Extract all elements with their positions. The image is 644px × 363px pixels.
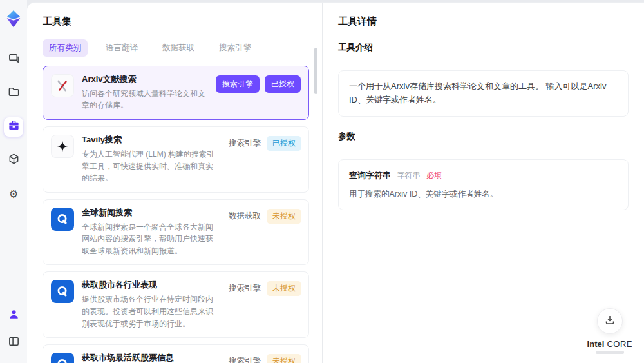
authorized-button[interactable]: 已授权 (265, 75, 301, 93)
left-sidebar: ⚙ (0, 0, 27, 363)
category-label: 数据获取 (227, 209, 262, 224)
sidebar-item-settings[interactable]: ⚙ (4, 184, 23, 204)
download-button[interactable] (597, 308, 623, 334)
chat-icon (8, 52, 20, 68)
corner-widgets: intel CORE (587, 308, 632, 354)
arxiv-tool-icon (51, 74, 74, 97)
tool-description: 专为人工智能代理 (LLM) 构建的搜索引擎工具，可快速提供实时、准确和真实的结… (82, 148, 220, 184)
unauthorized-badge: 未授权 (267, 281, 301, 296)
intel-core-logo: intel CORE (587, 339, 632, 354)
tool-name: Tavily搜索 (82, 135, 220, 146)
param-header: 查询字符串 字符串 必填 (349, 169, 618, 182)
tool-meta: 搜索引擎已授权 (227, 135, 301, 184)
category-tabs: 所有类别语言翻译数据获取搜索引擎 (43, 39, 322, 57)
intro-text-box: 一个用于从Arxiv存储库搜索科学论文和文章的工具。 输入可以是Arxiv ID… (338, 70, 629, 117)
tool-description: 全球新闻搜索是一个聚合全球各大新闻网站内容的搜索引擎，帮助用户快速获取全球最新资… (82, 221, 220, 257)
tool-meta: 搜索引擎未授权 (227, 353, 301, 363)
category-tab-0[interactable]: 所有类别 (43, 39, 88, 57)
collapse-sidebar-button[interactable] (4, 333, 23, 353)
q-tool-icon (51, 353, 74, 363)
star-tool-icon (51, 135, 74, 158)
param-type: 字符串 (397, 171, 421, 180)
category-tab-3[interactable]: 搜索引擎 (213, 39, 258, 57)
unauthorized-badge: 未授权 (267, 354, 301, 363)
tool-card-4[interactable]: 获取市场最活跃股票信息提供当天交易量最高的股票列表，投资者可以利用这些信息来识别… (43, 344, 309, 363)
gear-icon: ⚙ (8, 189, 18, 200)
tool-meta: 搜索引擎未授权 (227, 280, 301, 329)
sidebar-item-models[interactable] (4, 151, 23, 170)
detail-title: 工具详情 (338, 15, 629, 28)
tool-name: 获取市场最活跃股票信息 (82, 353, 220, 363)
params-section-heading: 参数 (338, 131, 629, 150)
param-description: 用于搜索的Arxiv ID、关键字或作者姓名。 (349, 188, 618, 201)
download-icon (605, 315, 615, 328)
param-name: 查询字符串 (349, 170, 391, 180)
tool-card-3[interactable]: 获取股市各行业表现提供股票市场各个行业在特定时间段内的表现。投资者可以利用这些信… (43, 271, 309, 338)
tool-description: 提供股票市场各个行业在特定时间段内的表现。投资者可以利用这些信息来识别表现优于或… (82, 293, 220, 329)
param-required-flag: 必填 (426, 171, 442, 180)
tool-card-0[interactable]: Arxiv文献搜索访问各个研究领域大量科学论文和文章的存储库。搜索引擎已授权 (43, 66, 309, 120)
sidebar-item-files[interactable] (4, 84, 23, 103)
tool-description: 访问各个研究领域大量科学论文和文章的存储库。 (82, 88, 208, 112)
brand-sub-mark (596, 351, 624, 354)
tool-list-panel: 工具集 所有类别语言翻译数据获取搜索引擎 Arxiv文献搜索访问各个研究领域大量… (27, 3, 322, 363)
authorized-badge: 已授权 (267, 136, 301, 151)
app-logo-icon[interactable] (4, 9, 23, 28)
user-avatar-button[interactable] (4, 306, 23, 326)
category-tab-1[interactable]: 语言翻译 (99, 39, 144, 57)
q-tool-icon (51, 280, 74, 303)
scrollbar-thumb[interactable] (314, 48, 317, 94)
main-surface: 工具集 所有类别语言翻译数据获取搜索引擎 Arxiv文献搜索访问各个研究领域大量… (27, 3, 644, 363)
tool-meta: 搜索引擎已授权 (216, 74, 301, 112)
tool-name: Arxiv文献搜索 (82, 74, 208, 85)
tool-list: Arxiv文献搜索访问各个研究领域大量科学论文和文章的存储库。搜索引擎已授权 T… (43, 66, 322, 363)
panel-layout-icon (8, 335, 20, 351)
q-tool-icon (51, 208, 74, 231)
category-label: 搜索引擎 (227, 354, 262, 363)
tool-name: 获取股市各行业表现 (82, 280, 220, 291)
tool-name: 全球新闻搜索 (82, 208, 220, 219)
toolbox-icon (8, 119, 20, 135)
cube-icon (8, 153, 20, 168)
list-scrollbar[interactable] (314, 48, 317, 351)
tool-meta: 数据获取未授权 (227, 208, 301, 257)
brand-intel: intel (587, 339, 605, 349)
category-label: 搜索引擎 (227, 281, 262, 296)
intro-section-heading: 工具介绍 (338, 42, 629, 61)
page-title: 工具集 (43, 15, 322, 28)
category-label: 搜索引擎 (227, 136, 262, 151)
user-icon (8, 308, 20, 324)
brand-core: CORE (607, 339, 632, 349)
param-box: 查询字符串 字符串 必填 用于搜索的Arxiv ID、关键字或作者姓名。 (338, 159, 629, 211)
category-button[interactable]: 搜索引擎 (216, 75, 260, 93)
unauthorized-badge: 未授权 (267, 209, 301, 224)
tool-card-2[interactable]: 全球新闻搜索全球新闻搜索是一个聚合全球各大新闻网站内容的搜索引擎，帮助用户快速获… (43, 199, 309, 266)
category-tab-2[interactable]: 数据获取 (156, 39, 201, 57)
sidebar-item-chat[interactable] (4, 50, 23, 70)
folder-icon (8, 86, 20, 101)
sidebar-item-tools[interactable] (4, 117, 23, 137)
tool-card-1[interactable]: Tavily搜索专为人工智能代理 (LLM) 构建的搜索引擎工具，可快速提供实时… (43, 126, 309, 193)
app-window: ⚙ (0, 0, 644, 363)
